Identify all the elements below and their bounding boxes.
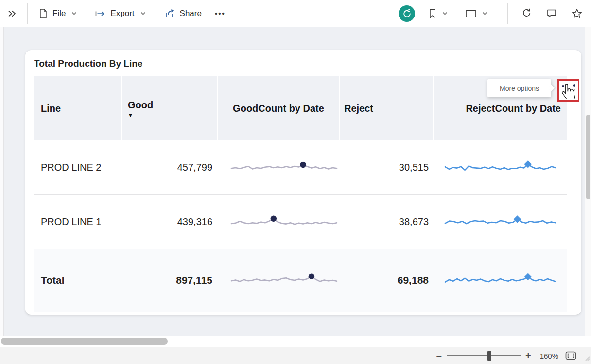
vertical-scrollbar-thumb[interactable] <box>586 115 590 199</box>
cell-good-value[interactable]: 897,115 <box>122 275 218 286</box>
chevron-down-icon[interactable] <box>140 10 146 17</box>
table-body: PROD LINE 2457,79930,515PROD LINE 1439,3… <box>34 140 567 312</box>
toolbar-divider <box>27 3 28 24</box>
view-mode-icon[interactable] <box>465 9 477 18</box>
column-header-reject[interactable]: Reject <box>340 76 434 140</box>
toolbar-divider <box>507 3 508 24</box>
file-icon <box>38 8 48 19</box>
report-canvas: Total Production By Line Line Good ▼ Goo… <box>0 27 591 336</box>
cell-rejectcount-sparkline[interactable] <box>434 269 567 292</box>
cell-line-label[interactable]: Total <box>34 275 122 286</box>
bookmark-icon[interactable] <box>428 8 437 19</box>
hand-cursor-icon <box>562 84 575 101</box>
export-icon <box>94 9 106 18</box>
share-menu[interactable]: Share <box>180 9 202 18</box>
cell-good-value[interactable]: 457,799 <box>122 162 218 173</box>
sort-descending-icon: ▼ <box>128 113 133 118</box>
cell-good-value[interactable]: 439,316 <box>122 216 218 227</box>
zoom-slider-track[interactable] <box>447 355 521 356</box>
sparkline-chart <box>443 156 557 179</box>
sparkline-chart <box>229 269 339 292</box>
cell-reject-value[interactable]: 38,673 <box>340 216 434 227</box>
sparkline-chart <box>443 211 557 233</box>
sparkline-chart <box>229 211 339 233</box>
cell-reject-value[interactable]: 69,188 <box>340 275 434 286</box>
more-commands-icon[interactable]: ••• <box>215 9 226 17</box>
reset-default-button[interactable] <box>399 5 415 22</box>
comments-icon[interactable] <box>546 8 557 18</box>
table-header-row: Line Good ▼ GoodCount by Date Reject Rej… <box>34 76 567 140</box>
column-header-line[interactable]: Line <box>34 76 122 140</box>
zoom-in-button[interactable]: + <box>525 351 531 361</box>
zoom-level-label: 160% <box>540 352 558 360</box>
share-icon <box>164 8 175 18</box>
file-menu[interactable]: File <box>52 9 66 18</box>
refresh-icon[interactable] <box>521 8 532 18</box>
visual-title: Total Production By Line <box>25 50 581 70</box>
table-row[interactable]: PROD LINE 1439,31638,673 <box>34 195 567 249</box>
favorite-star-icon[interactable] <box>572 8 582 19</box>
resize-grip-icon <box>584 354 590 363</box>
zoom-out-button[interactable]: – <box>436 351 442 361</box>
vertical-scrollbar[interactable] <box>585 27 591 336</box>
sparkline-chart <box>229 156 339 179</box>
chevron-down-icon[interactable] <box>482 10 488 17</box>
production-table: Line Good ▼ GoodCount by Date Reject Rej… <box>34 76 567 312</box>
undo-arrow-icon <box>402 9 412 18</box>
expand-pane-icon[interactable] <box>7 9 17 18</box>
cell-goodcount-sparkline[interactable] <box>218 156 340 179</box>
cell-goodcount-sparkline[interactable] <box>218 269 340 292</box>
sparkline-chart <box>443 269 557 292</box>
status-bar: – + 160% <box>0 347 591 364</box>
table-total-row[interactable]: Total897,11569,188 <box>34 249 567 312</box>
chevron-down-icon[interactable] <box>71 10 77 17</box>
cell-line-label[interactable]: PROD LINE 2 <box>34 162 122 173</box>
zoom-slider[interactable] <box>447 351 521 361</box>
cell-goodcount-sparkline[interactable] <box>218 211 340 233</box>
column-header-goodcount[interactable]: GoodCount by Date <box>218 76 340 140</box>
table-row[interactable]: PROD LINE 2457,79930,515 <box>34 140 567 195</box>
horizontal-scrollbar-thumb[interactable] <box>1 338 168 345</box>
horizontal-scrollbar[interactable] <box>0 336 591 347</box>
cell-line-label[interactable]: PROD LINE 1 <box>34 216 122 227</box>
top-toolbar: File Export Share ••• <box>0 0 591 27</box>
column-header-good[interactable]: Good ▼ <box>122 76 218 140</box>
cell-reject-value[interactable]: 30,515 <box>340 162 434 173</box>
zoom-slider-thumb[interactable] <box>487 351 491 361</box>
export-menu[interactable]: Export <box>110 9 134 18</box>
visual-more-options-button[interactable] <box>557 79 579 102</box>
left-rail <box>0 27 4 336</box>
fit-to-page-icon[interactable] <box>565 351 576 360</box>
more-options-tooltip: More options <box>487 79 551 97</box>
chevron-down-icon[interactable] <box>442 10 448 17</box>
cell-rejectcount-sparkline[interactable] <box>434 211 567 233</box>
zoom-slider-tick <box>483 354 483 358</box>
cell-rejectcount-sparkline[interactable] <box>434 156 567 179</box>
